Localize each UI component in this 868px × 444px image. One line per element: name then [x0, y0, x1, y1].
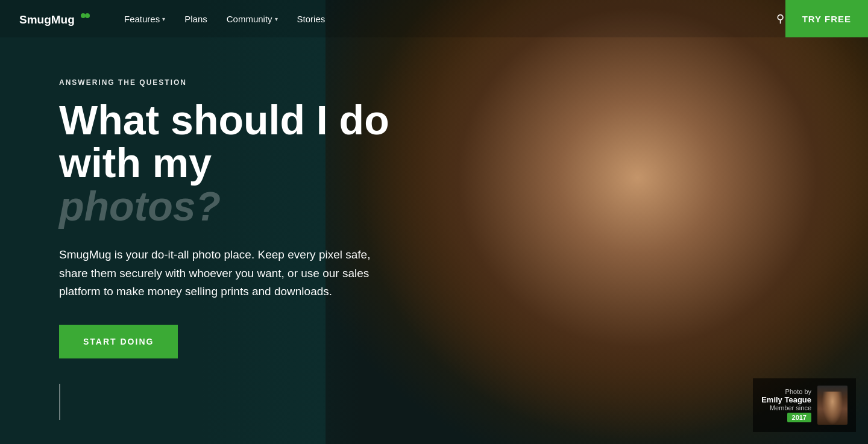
avatar-image	[822, 392, 843, 425]
answering-label: ANSWERING THE QUESTION	[59, 78, 409, 87]
scroll-line	[59, 384, 60, 420]
try-free-button[interactable]: TRY FREE	[785, 0, 868, 37]
hero-headline-line1: What should I do with my	[59, 99, 409, 185]
svg-point-2	[85, 13, 90, 18]
nav-plans[interactable]: Plans	[176, 9, 216, 29]
hero-headline-line2: photos?	[59, 185, 409, 228]
nav-community[interactable]: Community ▾	[218, 9, 286, 29]
svg-point-1	[81, 13, 86, 18]
photo-credit-member: Member since	[761, 404, 811, 411]
photo-credit-by: Photo by	[761, 388, 811, 395]
photo-credit-name: Emily Teague	[761, 395, 811, 404]
logo[interactable]: SmugMug	[19, 10, 92, 28]
photo-credit-text: Photo by Emily Teague Member since 2017	[761, 388, 811, 422]
photo-credit-year: 2017	[787, 413, 811, 422]
chevron-down-icon: ▾	[162, 16, 165, 22]
hero-section: SmugMug Features ▾ Plans Community ▾ Sto…	[0, 0, 868, 444]
nav-stories[interactable]: Stories	[289, 9, 334, 29]
chevron-down-icon: ▾	[275, 16, 278, 22]
hero-content: ANSWERING THE QUESTION What should I do …	[59, 78, 409, 358]
start-doing-button[interactable]: START DOING	[59, 325, 178, 358]
photo-credit: Photo by Emily Teague Member since 2017	[753, 378, 856, 432]
photo-credit-avatar	[817, 386, 848, 425]
scroll-indicator	[59, 384, 60, 420]
navigation: SmugMug Features ▾ Plans Community ▾ Sto…	[0, 0, 868, 37]
nav-features[interactable]: Features ▾	[116, 9, 174, 29]
hero-description: SmugMug is your do-it-all photo place. K…	[59, 246, 373, 301]
person-photo	[356, 0, 868, 444]
svg-text:SmugMug: SmugMug	[19, 13, 75, 26]
